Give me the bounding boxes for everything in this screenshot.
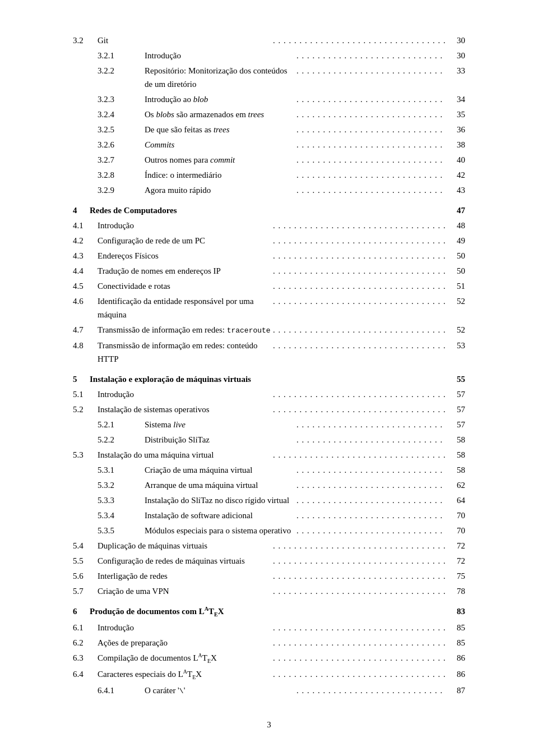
toc-text: Endereços Físicos [98, 249, 271, 262]
chapter-row: 4 Redes de Computadores 47 [73, 204, 465, 217]
toc-number: 5.3.2 [98, 478, 145, 492]
toc-page-num: 50 [448, 249, 465, 262]
toc-page-num: 78 [448, 584, 465, 598]
toc-text: Sistema live [145, 418, 294, 431]
toc-dots [273, 651, 446, 665]
toc-page-num: 70 [448, 524, 465, 537]
chapter-row: 5 Instalação e exploração de máquinas vi… [73, 372, 465, 386]
toc-page-num: 42 [448, 168, 465, 182]
toc-row: 4.1 Introdução 48 [73, 219, 465, 232]
toc-page-num: 86 [448, 667, 465, 681]
toc-text: Instalação do uma máquina virtual [98, 448, 271, 462]
toc-row: 3.2.2 Repositório: Monitorização dos con… [73, 64, 465, 91]
toc-row: 5.1 Introdução 57 [73, 388, 465, 401]
toc-number: 3.2.8 [98, 168, 145, 182]
toc-number: 5.2.1 [98, 418, 145, 431]
toc-row: 5.2.1 Sistema live 57 [73, 418, 465, 431]
chapter-text: Instalação e exploração de máquinas virt… [90, 372, 267, 386]
toc-row: 3.2.9 Agora muito rápido 43 [73, 183, 465, 197]
toc-page-num: 85 [448, 621, 465, 634]
toc-page-num: 57 [448, 403, 465, 416]
toc-page-num: 35 [448, 108, 465, 121]
toc-row: 3.2 Git 30 [73, 34, 465, 47]
toc-number: 5.3.3 [98, 494, 145, 507]
toc-dots [273, 667, 446, 681]
toc-page-num: 87 [448, 684, 465, 697]
toc-dots [296, 418, 446, 431]
toc-row: 4.6 Identificação da entidade responsáve… [73, 294, 465, 321]
toc-row: 6.3 Compilação de documentos LATEX 86 [73, 651, 465, 666]
toc-dots [273, 34, 446, 47]
toc-text: Tradução de nomes em endereços IP [98, 264, 271, 278]
toc-text: Introdução [98, 621, 271, 634]
toc-dots [296, 168, 446, 182]
toc-page-num: 85 [448, 636, 465, 649]
toc-number: 5.3.1 [98, 463, 145, 477]
toc-page-num: 38 [448, 138, 465, 151]
toc-number: 3.2.3 [98, 93, 145, 106]
toc-text: Índice: o intermediário [145, 168, 294, 182]
toc-row: 4.3 Endereços Físicos 50 [73, 249, 465, 262]
toc-dots [273, 264, 446, 278]
toc-text: Criação de uma máquina virtual [145, 463, 294, 477]
toc-text: Arranque de uma máquina virtual [145, 478, 294, 492]
toc-page-num: 30 [448, 49, 465, 62]
toc-text: Introdução ao blob [145, 93, 294, 106]
toc-number: 3.2 [73, 34, 98, 47]
toc-number: 5.3 [73, 448, 98, 462]
toc-dots [273, 621, 446, 634]
chapter-number: 6 [73, 605, 90, 618]
toc-dots [296, 509, 446, 522]
toc-page-num: 43 [448, 183, 465, 197]
toc-dots [296, 49, 446, 62]
toc-row: 5.6 Interligação de redes 75 [73, 569, 465, 583]
toc-row: 5.3.2 Arranque de uma máquina virtual 62 [73, 478, 465, 492]
toc-text: O caráter '\' [145, 684, 294, 698]
toc-page-num: 49 [448, 234, 465, 247]
toc-text: Introdução [98, 219, 271, 232]
toc-row: 3.2.3 Introdução ao blob 34 [73, 93, 465, 106]
toc-dots [273, 294, 446, 308]
toc-dots [273, 554, 446, 568]
toc-number: 3.2.6 [98, 138, 145, 151]
toc-dots [296, 153, 446, 167]
chapter-page-num: 83 [448, 605, 465, 618]
toc-row: 6.2 Ações de preparação 85 [73, 636, 465, 649]
toc-text: Instalação de sistemas operativos [98, 403, 271, 416]
toc-page-num: 72 [448, 554, 465, 568]
toc-text: Repositório: Monitorização dos conteúdos… [145, 64, 294, 91]
toc-number: 5.5 [73, 554, 98, 568]
chapter-page-num: 55 [448, 372, 465, 386]
toc-dots [296, 524, 446, 537]
toc-text: Os blobs são armazenados em trees [145, 108, 294, 121]
toc-text: Outros nomes para commit [145, 153, 294, 167]
toc-page-num: 64 [448, 494, 465, 507]
toc-number: 5.3.5 [98, 524, 145, 537]
toc-number: 6.4 [73, 667, 98, 681]
toc-dots [273, 636, 446, 649]
toc-text: Instalação de software adicional [145, 509, 294, 522]
toc-page-num: 33 [448, 64, 465, 77]
toc-row: 3.2.8 Índice: o intermediário 42 [73, 168, 465, 182]
toc-number: 6.1 [73, 621, 98, 634]
toc-row: 4.2 Configuração de rede de um PC 49 [73, 234, 465, 247]
toc-row: 5.3.3 Instalação do SliTaz no disco rígi… [73, 494, 465, 507]
toc-text: Configuração de redes de máquinas virtua… [98, 554, 271, 568]
toc-text: Instalação do SliTaz no disco rígido vir… [145, 494, 294, 507]
toc-number: 5.2.2 [98, 433, 145, 446]
toc-number: 5.3.4 [98, 509, 145, 522]
toc-page-num: 86 [448, 651, 465, 665]
toc-row: 3.2.5 De que são feitas as trees 36 [73, 123, 465, 136]
toc-page-num: 30 [448, 34, 465, 47]
toc-text: Identificação da entidade responsável po… [98, 294, 271, 321]
toc-number: 3.2.9 [98, 183, 145, 197]
toc-page-num: 52 [448, 323, 465, 336]
toc-page-num: 34 [448, 93, 465, 106]
toc-text: Introdução [145, 49, 294, 62]
chapter-row: 6 Produção de documentos com LATEX 83 [73, 605, 465, 619]
toc-text: Configuração de rede de um PC [98, 234, 271, 247]
toc-text: Git [98, 34, 271, 47]
toc-dots [296, 123, 446, 136]
toc-text: Compilação de documentos LATEX [98, 651, 271, 666]
toc-dots [296, 108, 446, 121]
